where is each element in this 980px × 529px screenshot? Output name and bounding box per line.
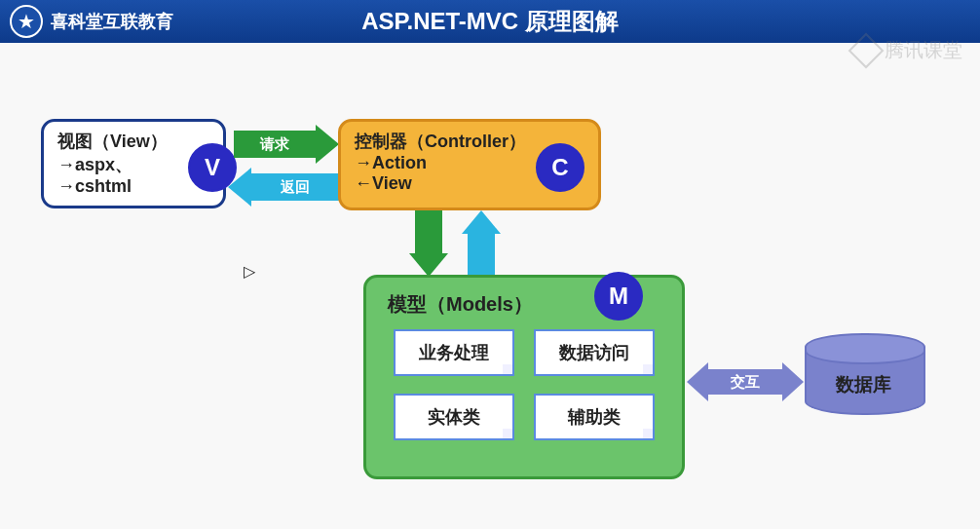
models-item-dataaccess: 数据访问 — [534, 329, 655, 376]
interact-label: 交互 — [731, 373, 760, 392]
down-arrow — [409, 210, 448, 277]
view-line2: →cshtml — [57, 176, 209, 197]
models-item-business: 业务处理 — [394, 329, 514, 376]
page-title: ASP.NET-MVC 原理图解 — [361, 6, 619, 37]
diagram-canvas: 视图（View） →aspx、 →cshtml V 请求 返回 控制器（Cont… — [0, 43, 980, 529]
brand-name: 喜科堂互联教育 — [51, 10, 173, 33]
models-box: M 模型（Models） 业务处理 数据访问 实体类 辅助类 — [363, 275, 685, 479]
view-title: 视图（View） — [57, 130, 209, 153]
controller-badge: C — [536, 143, 584, 192]
cursor-icon: ▷ — [244, 262, 255, 281]
models-item-helper: 辅助类 — [534, 394, 655, 440]
database-icon: 数据库 — [805, 333, 922, 421]
models-item-entity: 实体类 — [394, 394, 514, 440]
models-badge: M — [594, 272, 643, 321]
interact-arrow: 交互 — [687, 362, 804, 401]
database-label: 数据库 — [805, 372, 922, 397]
controller-box: 控制器（Controller） →Action ←View C — [338, 119, 601, 210]
logo-icon: ★ — [10, 5, 43, 38]
request-label: 请求 — [260, 135, 289, 154]
header-bar: ★ 喜科堂互联教育 ASP.NET-MVC 原理图解 — [0, 0, 980, 43]
response-label: 返回 — [281, 178, 310, 197]
response-arrow: 返回 — [228, 168, 339, 207]
view-line1: →aspx、 — [57, 153, 209, 176]
view-box: 视图（View） →aspx、 →cshtml V — [41, 119, 226, 208]
request-arrow: 请求 — [234, 125, 339, 164]
up-arrow — [462, 210, 501, 277]
